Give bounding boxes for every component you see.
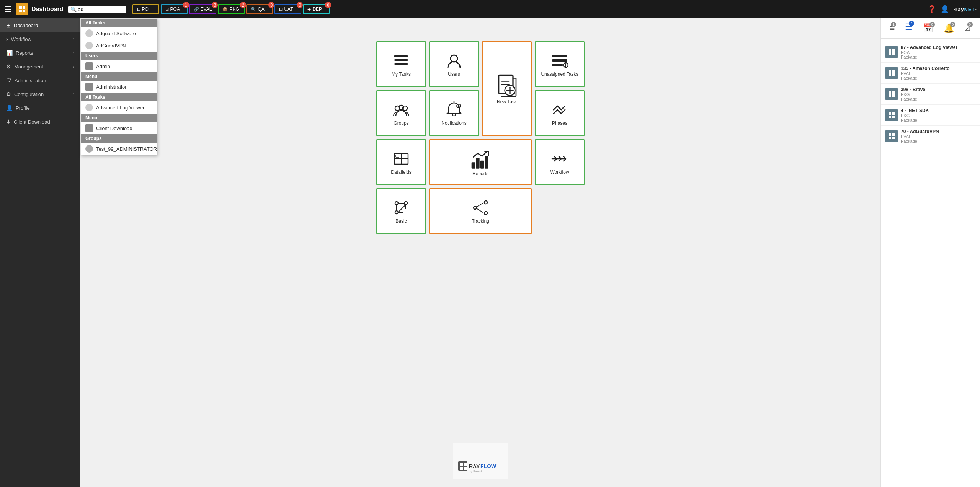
task-icon-adguard-software: [85, 29, 93, 37]
filter-badge: 0: [967, 22, 973, 27]
tile-workflow[interactable]: Workflow: [535, 139, 585, 185]
chevron-right-icon-4: ›: [73, 78, 74, 83]
svg-rect-50: [460, 467, 463, 470]
sidebar-item-configuration[interactable]: ⚙ Configuration ›: [0, 87, 80, 101]
tab-po-label: PO: [142, 7, 149, 12]
dropdown-item-advanced-log-viewer[interactable]: Advanced Log Viewer: [81, 101, 157, 114]
list-item-398[interactable]: 398 - Brave PKG Package: [881, 84, 980, 105]
sidebar-item-reports[interactable]: 📊 Reports ›: [0, 46, 80, 60]
item-type-398: Package: [901, 97, 925, 101]
svg-rect-51: [464, 467, 467, 470]
svg-text:RAY: RAY: [469, 463, 480, 469]
tile-phases[interactable]: Phases: [535, 90, 585, 136]
tile-tracking[interactable]: Tracking: [429, 188, 532, 234]
item-icon-398: [885, 88, 898, 100]
svg-rect-3: [23, 10, 25, 12]
sidebar-item-profile[interactable]: 👤 Profile: [0, 101, 80, 115]
configuration-icon: ⚙: [6, 91, 11, 97]
tab-dep-icon: ✚: [307, 7, 311, 12]
sidebar-item-workflow[interactable]: › Workflow ›: [0, 32, 80, 46]
tab-uat-label: UAT: [284, 7, 293, 12]
item-phase-4: PKG: [901, 113, 929, 118]
sidebar-label-profile: Profile: [16, 105, 30, 111]
user-icon-tile: [445, 52, 463, 70]
svg-rect-61: [889, 73, 891, 76]
hamburger-menu[interactable]: ☰: [3, 3, 13, 15]
tab-poa-icon: ⊡: [165, 7, 169, 12]
notifications-icon: [445, 101, 463, 119]
tab-pkg-icon: 📦: [222, 7, 228, 12]
tab-eval-icon: 🔗: [194, 7, 199, 12]
tile-groups[interactable]: Groups: [376, 90, 426, 136]
dropdown-item-client-download[interactable]: Client Download: [81, 122, 157, 134]
app-logo: [16, 3, 28, 15]
list-item-87[interactable]: 87 - Advanced Log Viewer POA Package: [881, 42, 980, 63]
tile-basic[interactable]: Basic: [376, 188, 426, 234]
tab-eval[interactable]: 🔗 EVAL 3: [189, 4, 217, 14]
tab-pkg[interactable]: 📦 PKG 2: [218, 4, 245, 14]
sidebar-item-dashboard[interactable]: ⊞ Dashboard: [0, 18, 80, 32]
detail-view-btn[interactable]: ☰ 5: [905, 22, 913, 34]
dropdown-label-advanced-log-viewer: Advanced Log Viewer: [96, 105, 144, 111]
tab-qa[interactable]: 🔍 QA 0: [246, 4, 273, 14]
item-phase-135: EVAL: [901, 71, 950, 76]
grid-area: My Tasks Users: [80, 18, 880, 487]
menu-icon-client-download: [85, 124, 93, 132]
dropdown-item-admin[interactable]: Admin: [81, 60, 157, 72]
item-title-87: 87 - Advanced Log Viewer: [901, 45, 957, 50]
tile-new-task[interactable]: New Task: [482, 41, 532, 136]
task-icon-advanced-log-viewer: [85, 104, 93, 111]
user-icon[interactable]: 👤: [941, 5, 949, 13]
dropdown-item-adguardvpn[interactable]: AdGuardVPN: [81, 39, 157, 52]
list-view-btn[interactable]: ≡ 1: [890, 23, 895, 33]
list-item-70[interactable]: 70 - AdGuardVPN EVAL Package: [881, 126, 980, 147]
item-phase-87: POA: [901, 50, 957, 55]
filter-btn[interactable]: ⊿ 0: [964, 23, 971, 33]
sidebar-label-dashboard: Dashboard: [14, 23, 38, 28]
chevron-right-icon: ›: [73, 37, 74, 41]
tab-poa-label: POA: [170, 7, 180, 12]
item-icon-70: [885, 130, 898, 142]
footer-logo: RAY FLOW by Raynet: [453, 443, 508, 479]
tab-po[interactable]: ⊡ PO: [132, 4, 159, 14]
sidebar-label-management: Management: [14, 64, 43, 70]
tab-dep[interactable]: ✚ DEP 0: [303, 4, 330, 14]
svg-rect-70: [892, 116, 895, 118]
user-icon-admin: [85, 62, 93, 70]
sidebar-item-client-download[interactable]: ⬇ Client Download: [0, 115, 80, 129]
tile-groups-label: Groups: [394, 121, 408, 126]
tab-poa[interactable]: ⊡ POA 1: [161, 4, 188, 14]
svg-rect-33: [476, 158, 479, 169]
svg-text:FLOW: FLOW: [480, 463, 497, 469]
help-icon[interactable]: ❓: [928, 5, 936, 13]
item-phase-398: PKG: [901, 92, 925, 97]
tab-uat[interactable]: ⊡ UAT 0: [274, 4, 301, 14]
dropdown-item-administration[interactable]: Administration: [81, 81, 157, 93]
dropdown-section-menu-2: Menu: [81, 114, 157, 122]
profile-icon: 👤: [6, 105, 13, 111]
tile-notifications[interactable]: Notifications: [429, 90, 479, 136]
tile-my-tasks[interactable]: My Tasks: [376, 41, 426, 87]
tile-users[interactable]: Users: [429, 41, 479, 87]
tile-datafields[interactable]: Datafields: [376, 139, 426, 185]
sidebar-item-management[interactable]: ⚙ Management ›: [0, 60, 80, 73]
svg-rect-16: [552, 59, 567, 62]
reports-icon-tile: [470, 148, 491, 169]
chevron-right-icon-5: ›: [73, 92, 74, 96]
notification-btn[interactable]: 🔔 0: [944, 23, 954, 33]
svg-rect-60: [892, 70, 895, 73]
sidebar-item-administration[interactable]: 🛡 Administration ›: [0, 73, 80, 87]
list-item-135[interactable]: 135 - Amazon Corretto EVAL Package: [881, 63, 980, 84]
list-item-4[interactable]: 4 - .NET SDK PKG Package: [881, 105, 980, 126]
dropdown-item-adguard-software[interactable]: Adguard Software: [81, 27, 157, 39]
tab-pkg-count: 2: [240, 2, 246, 8]
dropdown-item-test99[interactable]: Test_99_ADMINISTRATOR: [81, 143, 157, 155]
svg-rect-48: [460, 463, 463, 466]
sidebar-label-administration: Administration: [15, 78, 46, 83]
dropdown-label-adguardvpn: AdGuardVPN: [96, 43, 126, 49]
list-view-badge: 1: [891, 22, 896, 27]
calendar-view-btn[interactable]: 📅 0: [923, 23, 933, 33]
search-input[interactable]: [78, 7, 124, 12]
tile-reports[interactable]: Reports: [429, 139, 532, 185]
tile-unassigned-tasks[interactable]: Unassigned Tasks: [535, 41, 585, 87]
